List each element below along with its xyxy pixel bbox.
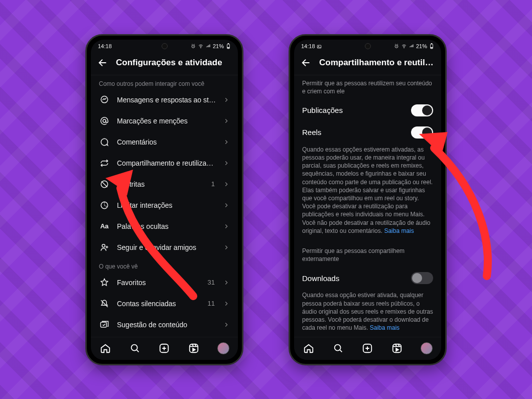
status-bar: 14:18 21% bbox=[91, 40, 238, 53]
toggle-reels[interactable]: Reels bbox=[294, 121, 441, 144]
follow-icon bbox=[99, 242, 110, 253]
svg-point-9 bbox=[102, 244, 105, 247]
nav-reels[interactable] bbox=[390, 342, 404, 355]
signal-icon bbox=[206, 44, 211, 49]
row-label: Seguir e convidar amigos bbox=[117, 243, 216, 251]
row-label: Compartilhamento e reutilização bbox=[117, 159, 216, 167]
restrict-icon bbox=[99, 179, 110, 190]
nav-profile[interactable] bbox=[217, 342, 230, 355]
row-label: Favoritos bbox=[117, 279, 201, 287]
switch-off-icon[interactable] bbox=[411, 272, 433, 284]
page-title: Configurações e atividade bbox=[116, 58, 232, 68]
section-label-interact: Como outros podem interagir com você bbox=[91, 75, 238, 89]
row-favorites[interactable]: Favoritos 31 bbox=[91, 272, 238, 293]
image-badge-icon bbox=[317, 44, 322, 49]
svg-point-11 bbox=[131, 345, 138, 351]
svg-rect-13 bbox=[190, 344, 198, 353]
nav-reels[interactable] bbox=[187, 342, 200, 355]
row-limit[interactable]: Limitar interações bbox=[91, 195, 238, 216]
row-messages[interactable]: Mensagens e respostas ao story bbox=[91, 89, 238, 110]
row-label: Sugestão de conteúdo bbox=[117, 321, 216, 329]
svg-point-21 bbox=[335, 345, 341, 351]
row-label: Marcações e menções bbox=[117, 117, 216, 125]
nav-profile[interactable] bbox=[420, 342, 433, 355]
row-restricted[interactable]: Restritas 1 bbox=[91, 174, 238, 195]
row-sharing-reuse[interactable]: Compartilhamento e reutilização bbox=[91, 153, 238, 174]
nav-create[interactable] bbox=[361, 342, 374, 355]
header: Compartilhamento e reutilizaç... bbox=[294, 53, 441, 75]
toggle-downloads[interactable]: Downloads bbox=[294, 267, 441, 289]
avatar-icon bbox=[421, 342, 433, 354]
alarm-icon bbox=[394, 44, 399, 49]
status-bar: 14:18 21% bbox=[294, 40, 441, 53]
toggle-label: Reels bbox=[302, 128, 321, 137]
share-icon bbox=[99, 158, 110, 169]
bottom-nav bbox=[294, 337, 441, 360]
learn-more-link[interactable]: Saiba mais bbox=[384, 227, 414, 234]
suggest-icon bbox=[99, 319, 110, 330]
wifi-icon bbox=[401, 44, 407, 49]
reuse-description: Quando essas opções estiverem ativadas, … bbox=[294, 144, 441, 239]
row-comments[interactable]: Comentários bbox=[91, 131, 238, 153]
toggle-posts[interactable]: Publicações bbox=[294, 99, 441, 121]
back-button[interactable] bbox=[300, 57, 312, 69]
svg-rect-19 bbox=[431, 43, 432, 44]
chevron-right-icon bbox=[223, 300, 230, 307]
svg-rect-3 bbox=[228, 43, 229, 44]
section-label-external: Permitir que as pessoas compartilhem ext… bbox=[294, 243, 441, 267]
row-label: Restritas bbox=[117, 180, 204, 188]
svg-point-1 bbox=[201, 47, 201, 48]
learn-more-link[interactable]: Saiba mais bbox=[370, 324, 400, 331]
row-hidden-words[interactable]: Aa Palavras ocultas bbox=[91, 216, 238, 237]
screen-left: 14:18 21% Configurações e atividade Como… bbox=[91, 40, 238, 360]
svg-point-17 bbox=[404, 47, 405, 48]
battery-icon bbox=[429, 43, 434, 49]
chevron-right-icon bbox=[223, 202, 230, 209]
back-button[interactable] bbox=[97, 57, 109, 69]
intro-text: Permitir que as pessoas reutilizem seu c… bbox=[294, 75, 441, 99]
svg-rect-4 bbox=[228, 47, 229, 48]
row-follow-invite[interactable]: Seguir e convidar amigos bbox=[91, 237, 238, 258]
svg-point-15 bbox=[318, 46, 319, 46]
downloads-description: Quando essa opção estiver ativada, qualq… bbox=[294, 289, 441, 336]
avatar-icon bbox=[217, 342, 229, 354]
row-label: Comentários bbox=[117, 138, 216, 146]
signal-icon bbox=[409, 44, 414, 49]
screen-right: 14:18 21% Compartilhamento e reutilizaç.… bbox=[294, 40, 441, 360]
limit-icon bbox=[99, 200, 110, 211]
battery-percent: 21% bbox=[213, 43, 224, 49]
status-right: 21% bbox=[394, 43, 434, 49]
nav-create[interactable] bbox=[158, 342, 171, 355]
header: Configurações e atividade bbox=[91, 53, 238, 75]
row-meta: 31 bbox=[208, 279, 215, 286]
settings-list: Como outros podem interagir com você Men… bbox=[91, 75, 238, 360]
row-content-suggest[interactable]: Sugestão de conteúdo bbox=[91, 314, 238, 335]
toggle-label: Downloads bbox=[302, 274, 339, 283]
row-mentions[interactable]: Marcações e menções bbox=[91, 110, 238, 131]
row-meta: 11 bbox=[208, 300, 215, 307]
nav-home[interactable] bbox=[302, 342, 315, 355]
battery-icon bbox=[226, 43, 231, 49]
at-icon bbox=[99, 115, 110, 126]
switch-on-icon[interactable] bbox=[411, 126, 433, 139]
svg-rect-10 bbox=[101, 322, 107, 327]
nav-search[interactable] bbox=[128, 342, 142, 355]
nav-home[interactable] bbox=[99, 342, 112, 355]
status-time: 14:18 bbox=[301, 43, 322, 49]
chevron-right-icon bbox=[223, 96, 230, 103]
row-label: Contas silenciadas bbox=[117, 300, 201, 308]
bottom-nav bbox=[91, 337, 238, 360]
aa-icon: Aa bbox=[99, 221, 110, 232]
switch-on-icon[interactable] bbox=[411, 104, 433, 116]
content-scroll: Permitir que as pessoas reutilizem seu c… bbox=[294, 75, 441, 360]
status-right: 21% bbox=[191, 43, 231, 49]
mute-icon bbox=[99, 298, 110, 309]
row-label: Limitar interações bbox=[117, 201, 216, 209]
svg-point-6 bbox=[103, 119, 106, 122]
nav-search[interactable] bbox=[332, 342, 345, 355]
row-muted[interactable]: Contas silenciadas 11 bbox=[91, 293, 238, 314]
status-time: 14:18 bbox=[98, 43, 112, 49]
phone-frame-right: 14:18 21% Compartilhamento e reutilizaç.… bbox=[289, 34, 447, 365]
alarm-icon bbox=[191, 44, 196, 49]
battery-percent: 21% bbox=[416, 43, 427, 49]
